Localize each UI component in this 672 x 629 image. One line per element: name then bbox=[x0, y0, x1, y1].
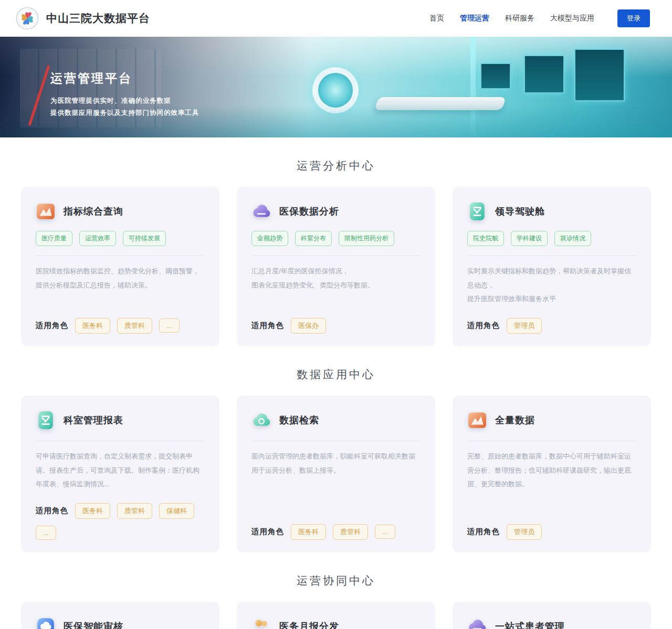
card-head: 数据检索 bbox=[251, 410, 421, 430]
card-head: 领导驾驶舱 bbox=[467, 201, 636, 221]
hero-subtitle-line2: 提供数据应用服务以及支持部门协同的效率工具 bbox=[50, 107, 200, 119]
card-title: 医保智能审核 bbox=[64, 620, 123, 629]
brand: 中山三院大数据平台 bbox=[16, 7, 150, 30]
card-description: 完整、原始的患者数据库，数据中心可用于辅助科室运营分析、整理报告；也可辅助科研课… bbox=[467, 450, 636, 492]
card-title: 全量数据 bbox=[495, 414, 535, 427]
roles-label: 适用角色 bbox=[251, 321, 284, 331]
cloud-purple-icon bbox=[467, 616, 487, 629]
main-nav: 首页 管理运营 科研服务 大模型与应用 登录 bbox=[429, 9, 650, 27]
role-chip: 质管科 bbox=[333, 524, 368, 540]
card-one-stop-patient-management[interactable]: 一站式患者管理 整合患者就诊、治疗、随访等全过程数据，提供个性化服务。系统提升患… bbox=[453, 602, 651, 629]
card-data-search[interactable]: 数据检索 面向运营管理的患者数据库，职能科室可获取相关数据用于运营分析、数据上报… bbox=[237, 396, 435, 552]
cloud-purple-icon bbox=[251, 201, 271, 221]
card-title: 领导驾驶舱 bbox=[495, 205, 545, 218]
card-head: 指标综合查询 bbox=[36, 201, 205, 221]
role-chip: 管理员 bbox=[507, 524, 542, 540]
card-title: 医保数据分析 bbox=[279, 205, 339, 218]
card-title: 一站式患者管理 bbox=[495, 620, 565, 629]
nav-item-research[interactable]: 科研服务 bbox=[505, 14, 534, 23]
roles-row: 适用角色 医务科 质管科 ... bbox=[251, 513, 421, 540]
cards-grid-operation-collaboration: 医保智能审核 对医保报销数据进行自动化审核分发，提升申诉审核效率和准确性。通过算… bbox=[0, 602, 672, 629]
feature-tag: 可持续发展 bbox=[123, 231, 166, 246]
card-monthly-report-distribution[interactable]: 医务月报分发 定期向医务人员发送医院或医疗机构的月度报表，系统支持自动化分发、个… bbox=[237, 602, 435, 629]
nav-item-operations[interactable]: 管理运营 bbox=[460, 14, 489, 23]
hospital-logo-icon bbox=[16, 7, 39, 30]
nav-item-home[interactable]: 首页 bbox=[429, 14, 444, 23]
divider bbox=[467, 255, 636, 256]
card-title: 数据检索 bbox=[279, 414, 319, 427]
cloud-teal-icon bbox=[251, 410, 271, 430]
divider bbox=[36, 441, 205, 441]
card-insurance-smart-audit[interactable]: 医保智能审核 对医保报销数据进行自动化审核分发，提升申诉审核效率和准确性。通过算… bbox=[21, 602, 219, 629]
tag-row: 金额趋势 科室分布 限制性用药分析 bbox=[251, 231, 421, 246]
card-description: 可申请医疗数据查询，自定义制表需求，提交制表申请。报表生产后，可查询及下载。制作… bbox=[36, 450, 205, 492]
tag-row: 院史院貌 学科建设 就诊情况 bbox=[467, 231, 636, 246]
badge-teal-icon bbox=[36, 410, 56, 430]
divider bbox=[251, 441, 421, 441]
roles-row: 适用角色 医务科 质管科 保健科 ... bbox=[36, 492, 205, 540]
roles-label: 适用角色 bbox=[467, 527, 500, 537]
people-gold-icon bbox=[251, 616, 271, 629]
role-chip-more: ... bbox=[375, 525, 395, 539]
card-leader-cockpit[interactable]: 领导驾驶舱 院史院貌 学科建设 就诊情况 实时展示关键指标和数据趋势，帮助决策者… bbox=[453, 187, 651, 346]
chart-orange-icon bbox=[467, 410, 487, 430]
role-chip: 管理员 bbox=[507, 318, 542, 334]
feature-tag: 院史院貌 bbox=[467, 231, 504, 246]
login-button[interactable]: 登录 bbox=[617, 9, 650, 27]
divider bbox=[36, 255, 205, 256]
card-description: 提供分析模型及汇总报告，辅助决策。 bbox=[36, 279, 205, 293]
roles-label: 适用角色 bbox=[36, 506, 68, 516]
role-chip: 质管科 bbox=[117, 503, 152, 519]
role-chip: 医保办 bbox=[291, 318, 326, 334]
role-chip: 保健科 bbox=[159, 503, 194, 519]
card-insurance-analysis[interactable]: 医保数据分析 金额趋势 科室分布 限制性用药分析 汇总月度/年度的医保拒保情况，… bbox=[237, 187, 435, 346]
card-department-reports[interactable]: 科室管理报表 可申请医疗数据查询，自定义制表需求，提交制表申请。报表生产后，可查… bbox=[21, 396, 219, 552]
card-title: 医务月报分发 bbox=[279, 620, 339, 629]
feature-tag: 科室分布 bbox=[295, 231, 332, 246]
cards-grid-operation-analysis: 指标综合查询 医疗质量 运营效率 可持续发展 医院绩效指标的数据监控、趋势变化分… bbox=[0, 187, 672, 346]
card-description: 实时展示关键指标和数据趋势，帮助决策者及时掌握信息动态， bbox=[467, 264, 636, 292]
section-title-operation-collaboration: 运营协同中心 bbox=[0, 573, 672, 588]
card-head: 一站式患者管理 bbox=[467, 616, 636, 629]
hero-banner: 运营管理平台 为医院管理提供实时、准确的业务数据 提供数据应用服务以及支持部门协… bbox=[0, 37, 672, 137]
card-indicator-query[interactable]: 指标综合查询 医疗质量 运营效率 可持续发展 医院绩效指标的数据监控、趋势变化分… bbox=[21, 187, 219, 346]
role-chip-more: ... bbox=[159, 318, 180, 333]
card-head: 科室管理报表 bbox=[36, 410, 205, 430]
feature-tag: 医疗质量 bbox=[36, 231, 72, 246]
section-title-operation-analysis: 运营分析中心 bbox=[0, 158, 672, 173]
card-title: 指标综合查询 bbox=[64, 205, 123, 218]
brand-title: 中山三院大数据平台 bbox=[46, 11, 150, 26]
roles-row: 适用角色 管理员 bbox=[467, 513, 636, 540]
role-chip: 医务科 bbox=[75, 318, 110, 334]
nav-item-llm-apps[interactable]: 大模型与应用 bbox=[550, 14, 594, 23]
hero-title: 运营管理平台 bbox=[50, 70, 200, 87]
feature-tag: 运营效率 bbox=[79, 231, 116, 246]
hero-wall-screen bbox=[574, 49, 625, 101]
divider bbox=[251, 255, 421, 256]
cards-grid-data-application: 科室管理报表 可申请医疗数据查询，自定义制表需求，提交制表申请。报表生产后，可查… bbox=[0, 396, 672, 552]
role-chip: 医务科 bbox=[75, 503, 110, 519]
hero-wall-screen bbox=[524, 55, 564, 93]
card-description: 图表化呈现趋势变化、类型分布等数据。 bbox=[251, 279, 421, 293]
card-description: 面向运营管理的患者数据库，职能科室可获取相关数据用于运营分析、数据上报等。 bbox=[251, 450, 421, 477]
card-head: 医务月报分发 bbox=[251, 616, 421, 629]
roles-label: 适用角色 bbox=[467, 321, 500, 331]
hero-wall-screen bbox=[480, 63, 511, 89]
top-navbar: 中山三院大数据平台 首页 管理运营 科研服务 大模型与应用 登录 bbox=[0, 0, 672, 37]
badge-teal-icon bbox=[467, 201, 487, 221]
section-title-data-application: 数据应用中心 bbox=[0, 367, 672, 382]
roles-label: 适用角色 bbox=[36, 321, 68, 331]
feature-tag: 学科建设 bbox=[511, 231, 548, 246]
role-chip-more: ... bbox=[36, 526, 56, 540]
hero-text-block: 运营管理平台 为医院管理提供实时、准确的业务数据 提供数据应用服务以及支持部门协… bbox=[50, 70, 200, 119]
role-chip: 质管科 bbox=[117, 318, 152, 334]
card-description: 汇总月度/年度的医保拒保情况， bbox=[251, 264, 421, 279]
feature-tag: 就诊情况 bbox=[554, 231, 591, 246]
card-description: 医院绩效指标的数据监控、趋势变化分析、阈值预警， bbox=[36, 264, 205, 279]
roles-row: 适用角色 医保办 bbox=[251, 306, 421, 334]
divider bbox=[467, 441, 636, 441]
roles-label: 适用角色 bbox=[251, 527, 284, 537]
card-full-data[interactable]: 全量数据 完整、原始的患者数据库，数据中心可用于辅助科室运营分析、整理报告；也可… bbox=[453, 396, 651, 552]
chart-orange-icon bbox=[36, 201, 56, 221]
card-description: 提升医院管理效率和服务水平 bbox=[467, 292, 636, 306]
